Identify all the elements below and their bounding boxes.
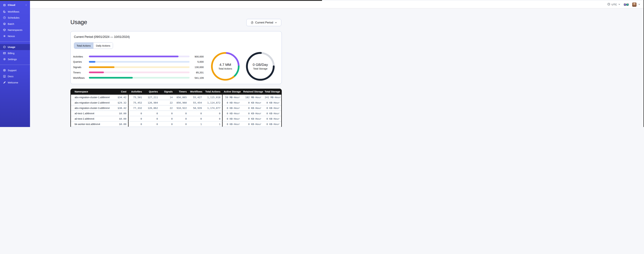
workflows-icon <box>3 10 6 13</box>
bar-label: Signals <box>73 66 89 68</box>
namespace-link[interactable]: abs-migration-cluster-2.a98mm4 <box>74 101 110 104</box>
cost-cell: $29.32 <box>111 101 128 104</box>
col-timers: Timers <box>174 90 188 93</box>
activities-cell: 77,332 <box>128 106 144 110</box>
bar-track <box>89 56 190 57</box>
total-actions-caption: Total Actions <box>218 67 232 70</box>
table-header: Namespace Cost Activities Queries Signal… <box>70 89 282 95</box>
col-namespace: Namespace <box>71 90 111 93</box>
bar-fill <box>89 77 133 78</box>
sidebar-divider <box>0 42 30 42</box>
bar-row-timers: Timers 85,201 <box>73 71 204 74</box>
signals-cell: 14 <box>160 96 174 99</box>
col-retained-storage: Retained Storage <box>242 90 263 93</box>
temporal-cloud-logo-icon <box>3 4 6 7</box>
col-total-storage: Total Storage <box>263 90 281 93</box>
namespace-usage-table: Namespace Cost Activities Queries Signal… <box>70 89 282 127</box>
cost-cell: $0.00 <box>111 112 128 115</box>
collapse-sidebar-icon[interactable] <box>24 4 28 7</box>
sidebar-item-workflows[interactable]: Workflows <box>0 8 30 15</box>
total-actions-cell: 1 <box>204 123 222 126</box>
workflows-cell: 0 <box>188 112 204 115</box>
period-selector-label: Current Period <box>255 21 273 24</box>
queries-cell: 126,862 <box>144 107 160 110</box>
cost-cell: $38.42 <box>111 107 128 110</box>
layers-icon <box>3 22 6 26</box>
col-cost: Cost <box>111 90 128 93</box>
total-storage-value: 0 GB/Day <box>252 63 268 67</box>
total-storage-cell: 0 KB-Hour <box>263 118 281 120</box>
sidebar-item-namespaces[interactable]: Namespaces <box>0 27 30 33</box>
tab-total-actions[interactable]: Total Actions <box>74 42 93 48</box>
table-row: a0-test-1.a98mm4 $0.00 0 0 0 0 0 0 0 KB-… <box>71 111 281 116</box>
sidebar-item-label: Settings <box>8 58 17 61</box>
activities-cell: 75,501 <box>128 95 144 100</box>
bar-track <box>89 61 190 63</box>
namespace-link[interactable]: abs-migration-cluster-3.a98mm4 <box>74 107 110 110</box>
actions-bar-chart: Activities 900,000 Queries 5,000 Signals… <box>73 55 204 80</box>
sidebar-brand-label: Cloud <box>8 4 15 6</box>
sidebar-brand[interactable]: Cloud <box>0 2 30 8</box>
sidebar-item-usage[interactable]: Usage <box>0 44 30 50</box>
sidebar-item-label: Schedules <box>8 16 20 19</box>
donut-center-label: 0 GB/Day Total Storage <box>246 52 275 81</box>
sidebar-item-label: Workflows <box>8 10 19 13</box>
namespace-link[interactable]: a0-test-2.a98mm4 <box>74 118 94 120</box>
retained-storage-cell: 182 MB-Hour <box>242 96 263 99</box>
queries-cell: 127,211 <box>144 96 160 99</box>
sidebar-item-nexus[interactable]: Nexus <box>0 33 30 39</box>
bar-fill <box>89 61 96 63</box>
tab-daily-actions[interactable]: Daily Actions <box>93 42 113 48</box>
sidebar-item-schedules[interactable]: Schedules <box>0 15 30 21</box>
chevron-down-icon <box>275 22 277 24</box>
active-storage-cell: 59 MB-Hour <box>222 95 242 100</box>
bar-label: Queries <box>73 60 89 63</box>
bar-track <box>89 77 190 78</box>
bar-value: 900,000 <box>190 55 204 58</box>
sidebar-item-batch[interactable]: Batch <box>0 21 30 27</box>
timers-cell: 856,865 <box>174 96 188 99</box>
sidebar-item-label: Namespaces <box>8 28 22 31</box>
bar-fill <box>89 72 104 73</box>
topbar: UTC <box>30 1 322 8</box>
workflows-cell: 55,427 <box>188 96 204 99</box>
timers-cell: 0 <box>174 123 188 126</box>
total-actions-donut: 4.7 MM Total Actions <box>210 52 240 81</box>
bar-fill <box>89 56 178 57</box>
col-queries: Queries <box>144 90 160 93</box>
queries-cell: 0 <box>144 112 160 115</box>
period-selector-button[interactable]: Current Period <box>246 19 281 26</box>
timers-cell: 0 <box>174 118 188 120</box>
current-period-card: Current Period (09/01/2024 — 10/01/2024)… <box>70 31 282 84</box>
namespace-link[interactable]: bk-worker-test.a98mm4 <box>74 123 100 126</box>
stopwatch-icon <box>250 21 254 24</box>
timers-cell: 0 <box>174 112 188 115</box>
sidebar-item-welcome[interactable]: Welcome <box>0 80 30 86</box>
card-title: Current Period (09/01/2024 — 10/01/2024) <box>74 35 130 39</box>
table-row: abs-migration-cluster-2.a98mm4 $29.32 75… <box>71 100 281 106</box>
bar-value: 130,000 <box>190 66 204 68</box>
timers-cell: 910,922 <box>174 107 188 110</box>
sidebar-item-label: Nexus <box>8 35 15 38</box>
signals-cell: 22 <box>160 101 174 104</box>
bar-value: 85,201 <box>190 71 204 74</box>
table-row: bk-worker-test.a98mm4 $0.00 0 0 0 0 1 1 … <box>71 122 281 127</box>
col-signals: Signals <box>160 90 174 93</box>
bar-track <box>89 72 190 73</box>
activities-cell: 0 <box>128 116 144 121</box>
bar-row-activities: Activities 900,000 <box>73 55 204 58</box>
sidebar-item-label: Support <box>8 69 16 72</box>
sidebar-item-settings[interactable]: Settings <box>0 56 30 62</box>
col-workflows: Workflows <box>188 90 204 93</box>
namespace-link[interactable]: abs-migration-cluster-1.a98mm4 <box>74 96 110 99</box>
cost-cell: $34.42 <box>111 96 128 99</box>
workflows-cell: 0 <box>188 118 204 120</box>
sidebar-item-support[interactable]: Support <box>0 67 30 74</box>
bar-value: 541,109 <box>190 76 204 79</box>
activities-cell: 0 <box>128 122 144 127</box>
gauge-icon <box>3 46 6 48</box>
sidebar-item-docs[interactable]: Docs <box>0 74 30 80</box>
sidebar-item-billing[interactable]: Billing <box>0 50 30 56</box>
namespace-link[interactable]: a0-test-1.a98mm4 <box>74 112 94 115</box>
signals-cell: 0 <box>160 118 174 120</box>
